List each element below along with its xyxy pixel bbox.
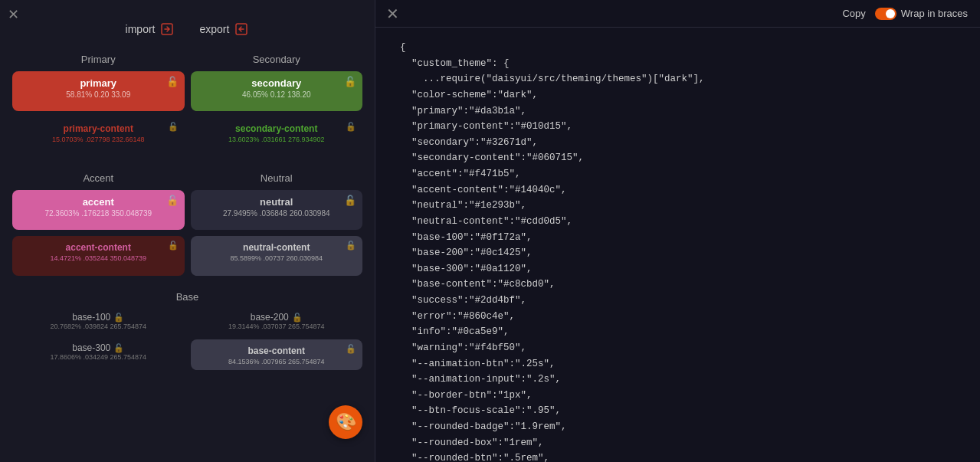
neutral-card-name: neutral [198, 196, 356, 208]
neutral-card[interactable]: neutral 27.9495% .036848 260.030984 🔓 [191, 190, 363, 230]
neutral-content-lock: 🔓 [346, 241, 356, 251]
toggle-dot [886, 9, 895, 18]
primary-content-value: 15.0703% .027798 232.66148 [20, 136, 177, 143]
accent-card-value: 72.3603% .176218 350.048739 [20, 209, 177, 218]
primary-label: Primary [12, 54, 185, 65]
base-100-value: 20.7682% .039824 265.754874 [12, 323, 185, 330]
secondary-card-name: secondary [198, 77, 356, 89]
primary-lock-icon: 🔓 [166, 76, 179, 87]
primary-card-name: primary [20, 77, 177, 89]
toggle-track [875, 8, 896, 20]
accent-card-name: accent [20, 196, 177, 208]
wrap-label: Wrap in braces [901, 8, 968, 19]
base-content-lock: 🔓 [346, 344, 356, 354]
neutral-lock-icon: 🔓 [344, 195, 356, 206]
export-label: export [199, 23, 229, 35]
neutral-content-value: 85.5899% .00737 260.030984 [198, 254, 356, 262]
accent-content-value: 14.4721% .035244 350.048739 [20, 254, 177, 262]
base-200-lock: 🔓 [292, 313, 303, 323]
left-close-button[interactable]: ✕ [8, 6, 19, 23]
accent-neutral-section: Accent accent 72.3603% .176218 350.04873… [0, 163, 375, 282]
neutral-content-name: neutral-content [198, 242, 356, 253]
base-100-lock: 🔓 [113, 313, 124, 323]
import-button[interactable]: import [126, 21, 175, 37]
base-200-value: 19.3144% .037037 265.754874 [191, 323, 363, 330]
base-200-card[interactable]: base-200 🔓 19.3144% .037037 265.754874 [191, 309, 363, 333]
secondary-content-lock: 🔓 [346, 122, 356, 132]
import-label: import [126, 23, 156, 35]
primary-card-value: 58.81% 0.20 33.09 [20, 90, 177, 99]
copy-button[interactable]: Copy [842, 8, 865, 19]
palette-icon: 🎨 [336, 412, 356, 432]
accent-card[interactable]: accent 72.3603% .176218 350.048739 🔓 [12, 190, 185, 230]
export-button[interactable]: export [199, 21, 249, 37]
primary-content-card[interactable]: primary-content 15.0703% .027798 232.661… [12, 117, 185, 157]
top-actions: import export [0, 6, 375, 44]
right-panel: ✕ Copy Wrap in braces { "custom_theme": … [375, 0, 980, 462]
right-header: ✕ Copy Wrap in braces [375, 0, 980, 28]
primary-section: Primary primary 58.81% 0.20 33.09 🔓 Seco… [0, 44, 375, 163]
accent-section-label: Accent [12, 172, 185, 184]
base-section-label: Base [12, 291, 362, 303]
base-section: Base base-100 🔓 20.7682% .039824 265.754… [0, 282, 375, 376]
import-icon [159, 21, 175, 37]
base-100-card[interactable]: base-100 🔓 20.7682% .039824 265.754874 [12, 309, 185, 333]
right-close-button[interactable]: ✕ [386, 5, 399, 23]
primary-card[interactable]: primary 58.81% 0.20 33.09 🔓 [12, 71, 185, 111]
secondary-label: Secondary [191, 54, 363, 65]
primary-content-lock: 🔓 [168, 122, 179, 132]
primary-content-name: primary-content [20, 123, 177, 134]
left-panel: ✕ import export Primary primary 58.81% 0… [0, 0, 375, 462]
neutral-section-label: Neutral [191, 172, 363, 184]
base-content-name: base-content [198, 346, 356, 356]
accent-content-name: accent-content [20, 242, 177, 253]
base-300-lock: 🔓 [113, 343, 124, 353]
base-100-name: base-100 [72, 312, 110, 323]
base-300-value: 17.8606% .034249 265.754874 [12, 353, 185, 361]
accent-content-lock: 🔓 [168, 241, 179, 251]
base-content-value: 84.1536% .007965 265.754874 [198, 358, 356, 365]
secondary-content-value: 13.6023% .031661 276.934902 [198, 136, 356, 143]
accent-content-card[interactable]: accent-content 14.4721% .035244 350.0487… [12, 236, 185, 276]
copy-label: Copy [842, 8, 865, 19]
wrap-braces-toggle[interactable]: Wrap in braces [875, 8, 968, 20]
accent-lock-icon: 🔓 [166, 195, 179, 206]
secondary-card-value: 46.05% 0.12 138.20 [198, 90, 356, 99]
code-output: { "custom_theme": { ...require("daisyui/… [375, 28, 980, 462]
base-content-card[interactable]: base-content 84.1536% .007965 265.754874… [191, 339, 363, 370]
base-300-card[interactable]: base-300 🔓 17.8606% .034249 265.754874 [12, 339, 185, 370]
secondary-content-card[interactable]: secondary-content 13.6023% .031661 276.9… [191, 117, 363, 157]
neutral-card-value: 27.9495% .036848 260.030984 [198, 209, 356, 218]
export-icon [234, 21, 249, 37]
secondary-lock-icon: 🔓 [344, 76, 356, 87]
base-200-name: base-200 [251, 312, 289, 323]
secondary-content-name: secondary-content [198, 123, 356, 134]
base-300-name: base-300 [72, 342, 110, 353]
secondary-card[interactable]: secondary 46.05% 0.12 138.20 🔓 [191, 71, 363, 111]
neutral-content-card[interactable]: neutral-content 85.5899% .00737 260.0309… [191, 236, 363, 276]
palette-fab-button[interactable]: 🎨 [329, 405, 362, 439]
